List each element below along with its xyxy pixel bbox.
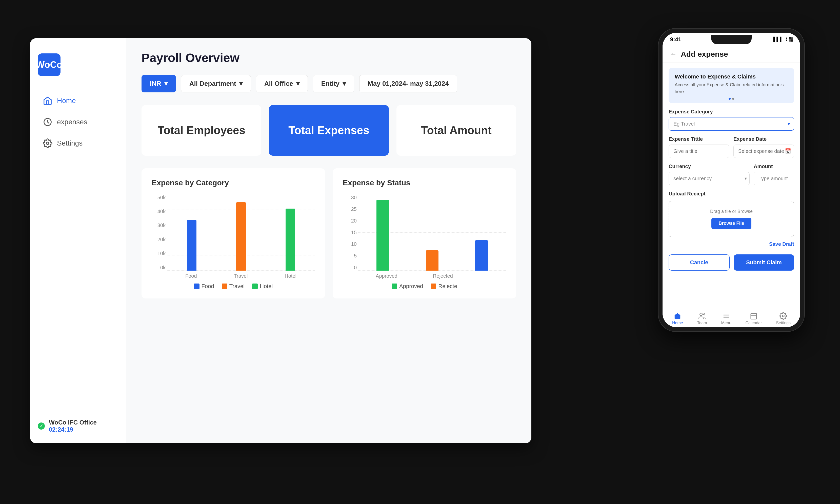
wifi-icon: ⌇ bbox=[785, 37, 787, 42]
expense-category-placeholder: Eg Travel bbox=[674, 121, 695, 127]
phone-container: 9:41 ▌▌▌ ⌇ ▓ ← Add expense Welcome to Ex bbox=[658, 28, 805, 332]
status-indicator bbox=[38, 422, 45, 430]
page-title: Payroll Overview bbox=[142, 51, 516, 65]
bar-approved bbox=[376, 200, 389, 271]
title-date-row: Expense Tittle Expense Date 📅 bbox=[668, 136, 794, 158]
y-label: 40k bbox=[151, 209, 165, 214]
total-employees-card: Total Employees bbox=[142, 105, 261, 156]
y-label: 0k bbox=[151, 265, 165, 271]
y-label: 50k bbox=[151, 195, 165, 200]
phone-frame: 9:41 ▌▌▌ ⌇ ▓ ← Add expense Welcome to Ex bbox=[658, 28, 805, 332]
add-expense-title: Add expense bbox=[681, 50, 728, 58]
svg-point-1 bbox=[46, 142, 49, 145]
entity-filter[interactable]: Entity ▾ bbox=[313, 75, 354, 92]
legend-dot-approved bbox=[392, 284, 397, 289]
legend-dot-food bbox=[194, 284, 199, 289]
status-icons: ▌▌▌ ⌇ ▓ bbox=[773, 37, 793, 42]
main-content: Payroll Overview INR ▾ All Department ▾ … bbox=[126, 38, 531, 443]
expense-date-label: Expense Date bbox=[733, 136, 794, 142]
status-y-axis: 0 5 10 15 20 25 30 bbox=[343, 195, 357, 271]
phone-notch bbox=[711, 35, 752, 44]
sidebar-item-home[interactable]: Home bbox=[38, 91, 118, 110]
svg-rect-7 bbox=[751, 313, 757, 319]
legend-dot-rejected bbox=[431, 284, 436, 289]
bar-group-food bbox=[167, 220, 216, 271]
y-label: 10k bbox=[151, 251, 165, 256]
y-label: 20k bbox=[151, 237, 165, 242]
status-chart-card: Expense by Status bbox=[333, 168, 516, 299]
filters-bar: INR ▾ All Department ▾ All Office ▾ Enti… bbox=[142, 75, 516, 92]
status-bars bbox=[358, 195, 506, 271]
nav-settings[interactable]: Settings bbox=[776, 312, 791, 325]
legend-rejected: Rejecte bbox=[431, 283, 457, 290]
sidebar-item-expenses[interactable]: expenses bbox=[38, 113, 118, 131]
currency-select-wrapper: ▾ bbox=[668, 172, 750, 185]
browse-file-button[interactable]: Browse File bbox=[711, 218, 751, 229]
expense-title-input[interactable] bbox=[668, 145, 729, 158]
clock-display: 02:24:19 bbox=[49, 426, 97, 433]
date-input-wrapper: 📅 bbox=[733, 145, 794, 158]
x-label-travel: Travel bbox=[234, 273, 248, 279]
total-expenses-card: Total Expenses bbox=[269, 105, 389, 156]
phone-actions: Cancle Submit Claim bbox=[663, 249, 800, 276]
currency-amount-row: Currency ▾ Amount bbox=[668, 163, 794, 185]
phone-bottom-nav: Home Team bbox=[663, 309, 800, 327]
upload-area[interactable]: Drag a file or Browse Browse File bbox=[668, 201, 794, 237]
date-col: Expense Date 📅 bbox=[733, 136, 794, 158]
legend-food: Food bbox=[194, 283, 214, 290]
legend-approved: Approved bbox=[392, 283, 423, 290]
welcome-title: Welcome to Expense & Claims bbox=[675, 73, 788, 80]
expense-category-select[interactable]: Eg Travel bbox=[668, 117, 794, 131]
expense-form: Expense Category Eg Travel Expense Tittl… bbox=[663, 109, 800, 247]
nav-team[interactable]: Team bbox=[697, 312, 707, 325]
category-chart-title: Expense by Category bbox=[151, 178, 315, 187]
y-label: 30k bbox=[151, 222, 165, 228]
nav-team-label: Team bbox=[697, 321, 707, 325]
bar-hotel bbox=[286, 209, 295, 271]
footer-info: WoCo IFC Office 02:24:19 bbox=[49, 419, 97, 433]
nav-menu[interactable]: Menu bbox=[721, 312, 731, 325]
x-label-food: Food bbox=[185, 273, 197, 279]
currency-input[interactable] bbox=[668, 172, 742, 185]
category-chart-card: Expense by Category bbox=[142, 168, 325, 299]
save-draft-link[interactable]: Save Draft bbox=[668, 241, 794, 247]
rejected-bar-group bbox=[407, 250, 457, 271]
currency-col: Currency ▾ bbox=[668, 163, 750, 185]
nav-home-label: Home bbox=[672, 321, 683, 325]
currency-label: Currency bbox=[668, 163, 750, 169]
office-name: WoCo IFC Office bbox=[49, 419, 97, 426]
amount-col: Amount bbox=[754, 163, 800, 185]
dot-2 bbox=[732, 98, 734, 100]
scene: WoCo Home expenses bbox=[15, 18, 825, 486]
back-button[interactable]: ← bbox=[670, 50, 677, 58]
status-time: 9:41 bbox=[670, 36, 681, 43]
logo: WoCo bbox=[38, 53, 60, 76]
extra-bar-group bbox=[457, 240, 506, 271]
currency-filter[interactable]: INR ▾ bbox=[142, 75, 176, 92]
dot-1 bbox=[729, 98, 731, 100]
signal-icon: ▌▌▌ bbox=[773, 37, 783, 42]
status-x-axis: Approved Rejected bbox=[343, 273, 506, 279]
nav-calendar[interactable]: Calendar bbox=[745, 312, 762, 325]
amount-input[interactable] bbox=[754, 172, 800, 185]
x-axis: Food Travel Hotel bbox=[151, 273, 315, 279]
bar-rejected bbox=[426, 250, 439, 271]
y-axis: 0k 10k 20k 30k 40k 50k bbox=[151, 195, 165, 271]
sidebar-item-settings[interactable]: Settings bbox=[38, 134, 118, 152]
date-filter[interactable]: May 01,2024- may 31,2024 bbox=[359, 75, 457, 92]
status-chart-area: 0 5 10 15 20 25 30 bbox=[343, 195, 506, 291]
desktop-app: WoCo Home expenses bbox=[30, 38, 531, 443]
x-label-hotel: Hotel bbox=[285, 273, 297, 279]
cancel-button[interactable]: Cancle bbox=[668, 254, 730, 271]
welcome-dots bbox=[675, 98, 788, 100]
phone-content: Welcome to Expense & Claims Access all y… bbox=[663, 63, 800, 309]
submit-claim-button[interactable]: Submit Claim bbox=[734, 254, 794, 271]
total-expenses-label: Total Expenses bbox=[288, 124, 369, 137]
office-filter[interactable]: All Office ▾ bbox=[256, 75, 308, 92]
currency-chevron[interactable]: ▾ bbox=[742, 172, 750, 185]
nav-home[interactable]: Home bbox=[672, 312, 683, 325]
bar-group-travel bbox=[216, 202, 266, 271]
department-filter[interactable]: All Department ▾ bbox=[181, 75, 251, 92]
total-employees-label: Total Employees bbox=[158, 124, 245, 137]
svg-point-2 bbox=[700, 313, 702, 316]
